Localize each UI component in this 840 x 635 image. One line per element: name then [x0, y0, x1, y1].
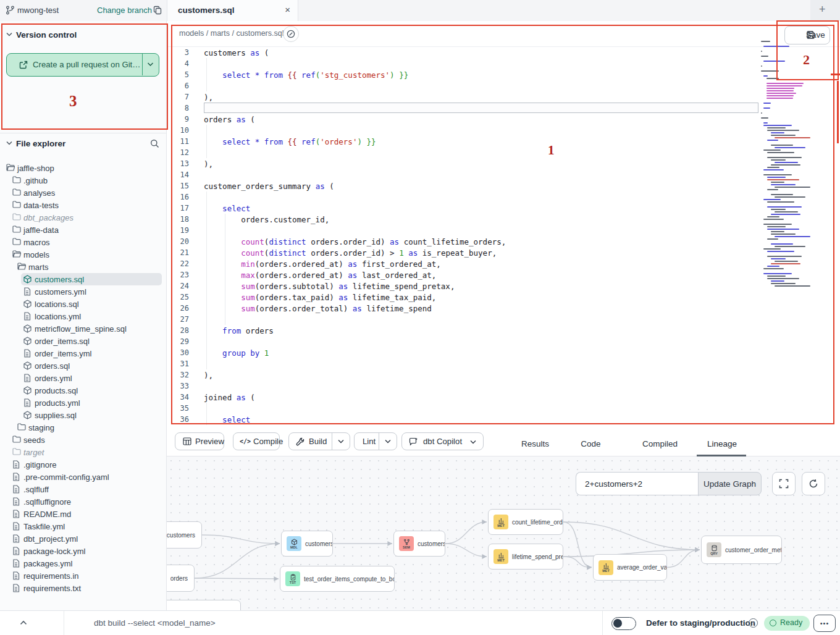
- tree-item-seeds[interactable]: seeds: [0, 434, 167, 446]
- tree-item-data-tests[interactable]: data-tests: [0, 199, 167, 211]
- command-input[interactable]: dbt build --select <model_name>: [94, 611, 216, 635]
- tree-item-products.yml[interactable]: products.yml: [0, 397, 167, 409]
- tree-item-README.md[interactable]: README.md: [0, 508, 167, 520]
- code-line-15[interactable]: 15customer_orders_summary as (: [167, 180, 840, 191]
- code-line-34[interactable]: 34joined as (: [167, 392, 840, 403]
- code-line-19[interactable]: 19: [167, 225, 840, 236]
- tree-item-orders.yml[interactable]: orders.yml: [0, 372, 167, 384]
- docs-icon-button[interactable]: [283, 26, 299, 42]
- pr-dropdown-toggle[interactable]: [142, 54, 159, 75]
- plus-icon[interactable]: +: [819, 3, 826, 16]
- tree-item-marts[interactable]: marts: [0, 261, 167, 273]
- version-control-header[interactable]: Version control: [0, 30, 167, 41]
- defer-toggle[interactable]: [611, 617, 636, 630]
- tree-item-dbt_project.yml[interactable]: dbt_project.yml: [0, 532, 167, 545]
- tree-item-dbt_packages[interactable]: dbt_packages: [0, 211, 167, 224]
- lint-dropdown-toggle[interactable]: [379, 433, 397, 450]
- minimap[interactable]: [761, 41, 815, 288]
- code-line-35[interactable]: 35: [167, 403, 840, 414]
- code-line-8[interactable]: 8: [167, 103, 840, 114]
- dbt-copilot-button[interactable]: dbt Copilot: [401, 432, 484, 450]
- code-line-33[interactable]: 33: [167, 381, 840, 392]
- tab-lineage[interactable]: Lineage: [707, 431, 736, 456]
- help-icon[interactable]: ?: [749, 618, 758, 628]
- code-line-13[interactable]: 13),: [167, 158, 840, 169]
- code-line-12[interactable]: 12: [167, 147, 840, 158]
- tree-item-.sqlfluffignore[interactable]: .sqlfluffignore: [0, 495, 167, 508]
- tab-close-icon[interactable]: ×: [285, 4, 290, 15]
- lineage-node-average_order_value[interactable]: METaverage_order_value: [593, 554, 667, 581]
- preview-button[interactable]: Preview: [175, 432, 224, 450]
- code-line-27[interactable]: 27: [167, 314, 840, 325]
- code-line-25[interactable]: 25 sum(orders.tax_paid) as lifetime_tax_…: [167, 292, 840, 303]
- tab-results[interactable]: Results: [519, 431, 552, 456]
- code-line-6[interactable]: 6: [167, 80, 840, 91]
- tree-item-.github[interactable]: .github: [0, 174, 167, 187]
- code-line-4[interactable]: 4: [167, 58, 840, 69]
- tree-item-jaffle-data[interactable]: jaffle-data: [0, 224, 167, 236]
- tree-item-analyses[interactable]: analyses: [0, 187, 167, 199]
- code-line-26[interactable]: 26 sum(orders.order_total) as lifetime_s…: [167, 303, 840, 314]
- collapse-chevron-icon[interactable]: [20, 620, 27, 625]
- tree-item-requirements.txt[interactable]: requirements.txt: [0, 582, 167, 594]
- tree-item-orders.sql[interactable]: orders.sql: [0, 360, 167, 372]
- lineage-filter-input[interactable]: 2+customers+2: [576, 472, 698, 495]
- code-editor[interactable]: 3customers as (45 select * from {{ ref('…: [167, 47, 840, 431]
- ready-badge[interactable]: Ready: [764, 616, 810, 631]
- tree-item-models[interactable]: models: [0, 248, 167, 261]
- lineage-node-lifetime_spend_pretax[interactable]: METlifetime_spend_pretax: [488, 544, 563, 570]
- compile-button[interactable]: </> Compile: [233, 432, 280, 450]
- refresh-button[interactable]: [802, 472, 825, 495]
- build-button[interactable]: Build: [288, 432, 350, 450]
- tree-item-products.sql[interactable]: products.sql: [0, 384, 167, 397]
- lineage-node-stg_customers[interactable]: stg_customers: [167, 521, 202, 549]
- tree-item-.gitignore[interactable]: .gitignore: [0, 458, 167, 471]
- code-line-28[interactable]: 28 from orders: [167, 325, 840, 336]
- lineage-node-count_lifetime_orders[interactable]: METcount_lifetime_orders: [488, 509, 563, 535]
- tree-item-locations.sql[interactable]: locations.sql: [0, 298, 167, 310]
- tree-item-target[interactable]: target: [0, 446, 167, 458]
- change-branch-link[interactable]: Change branch: [97, 6, 152, 15]
- code-line-9[interactable]: 9orders as (: [167, 114, 840, 125]
- code-line-36[interactable]: 36 select: [167, 414, 840, 425]
- code-line-11[interactable]: 11 select * from {{ ref('orders') }}: [167, 136, 840, 147]
- tree-item-packages.yml[interactable]: packages.yml: [0, 557, 167, 570]
- tree-item-jaffle-shop[interactable]: jaffle-shop: [0, 162, 167, 174]
- code-line-29[interactable]: 29: [167, 336, 840, 347]
- tree-item-requirements.in[interactable]: requirements.in: [0, 570, 167, 582]
- lineage-node-partial_node[interactable]: [167, 600, 241, 610]
- code-line-10[interactable]: 10: [167, 125, 840, 136]
- tree-item-order_items.sql[interactable]: order_items.sql: [0, 335, 167, 347]
- tree-item-locations.yml[interactable]: locations.yml: [0, 310, 167, 322]
- tree-item-macros[interactable]: macros: [0, 236, 167, 248]
- tree-item-.sqlfluff[interactable]: .sqlfluff: [0, 483, 167, 495]
- fullscreen-button[interactable]: [772, 472, 796, 495]
- tree-item-staging[interactable]: staging: [0, 421, 167, 434]
- more-button[interactable]: •••: [813, 615, 836, 632]
- chevron-down-icon[interactable]: [6, 32, 12, 36]
- tab-code-quality[interactable]: Code quality: [568, 431, 613, 456]
- tree-item-.pre-commit-config.yaml[interactable]: .pre-commit-config.yaml: [0, 471, 167, 483]
- lineage-node-customer_order_metrics[interactable]: QRYcustomer_order_metrics: [701, 536, 782, 564]
- code-line-18[interactable]: 18 orders.customer_id,: [167, 214, 840, 225]
- create-pr-button[interactable]: Create a pull request on Git…: [6, 53, 159, 77]
- build-dropdown-toggle[interactable]: [332, 433, 350, 450]
- tree-item-metricflow_time_spine.sql[interactable]: metricflow_time_spine.sql: [0, 322, 167, 335]
- code-line-23[interactable]: 23 max(orders.ordered_at) as last_ordere…: [167, 269, 840, 280]
- lineage-node-test_order_items[interactable]: TSTtest_order_items_compute_to_bools…: [280, 566, 395, 592]
- tree-item-customers.sql[interactable]: customers.sql: [0, 273, 167, 285]
- search-icon[interactable]: [150, 139, 159, 148]
- lineage-node-orders[interactable]: orders: [167, 565, 195, 592]
- editor-tab[interactable]: customers.sql ×: [167, 0, 298, 22]
- file-explorer-header[interactable]: File explorer: [0, 139, 167, 150]
- tree-item-package-lock.yml[interactable]: package-lock.yml: [0, 545, 167, 557]
- code-line-30[interactable]: 30 group by 1: [167, 347, 840, 358]
- lint-button[interactable]: Lint: [354, 432, 397, 450]
- code-line-21[interactable]: 21 count(distinct orders.order_id) > 1 a…: [167, 247, 840, 258]
- update-graph-button[interactable]: Update Graph: [698, 472, 762, 495]
- code-line-5[interactable]: 5 select * from {{ ref('stg_customers') …: [167, 69, 840, 80]
- code-line-3[interactable]: 3customers as (: [167, 47, 840, 58]
- tree-item-Taskfile.yml[interactable]: Taskfile.yml: [0, 520, 167, 532]
- chevron-down-icon[interactable]: [6, 141, 12, 145]
- copy-icon[interactable]: [153, 6, 162, 15]
